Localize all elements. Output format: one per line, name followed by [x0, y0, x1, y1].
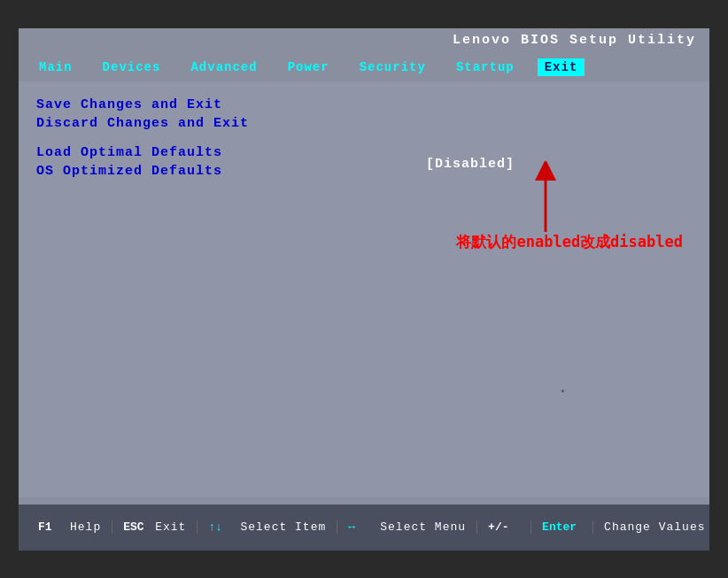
discard-changes-exit[interactable]: Discard Changes and Exit — [36, 116, 692, 131]
key-esc: ESC — [123, 520, 150, 534]
bios-screen: Lenovo BIOS Setup Utility Main Devices A… — [19, 28, 709, 551]
tab-main[interactable]: Main — [32, 58, 80, 76]
tab-advanced[interactable]: Advanced — [183, 58, 264, 76]
bottom-esc: ESC Exit — [112, 520, 197, 534]
bottom-plusminus: +/- — [477, 520, 531, 534]
label-change-values: Change Values — [604, 520, 705, 534]
bottom-change-values: Change Values — [593, 520, 709, 534]
bottom-leftright: ↔ Select Menu — [337, 520, 477, 534]
key-updown: ↑↓ — [208, 520, 235, 534]
menu-spacer — [36, 135, 692, 145]
tab-devices[interactable]: Devices — [96, 58, 168, 76]
label-help: Help — [70, 520, 101, 534]
mouse-cursor: ⬞ — [558, 381, 568, 400]
save-changes-exit[interactable]: Save Changes and Exit — [36, 97, 692, 112]
bottom-f1: F1 Help — [27, 520, 112, 534]
key-leftright: ↔ — [348, 520, 375, 534]
bottom-bar: F1 Help ESC Exit ↑↓ Select Item ↔ Select… — [19, 505, 709, 551]
label-select-menu: Select Menu — [380, 520, 466, 534]
os-optimized-defaults[interactable]: OS Optimized Defaults — [36, 164, 692, 179]
bottom-enter: Enter — [531, 520, 593, 534]
bios-title: Lenovo BIOS Setup Utility — [453, 33, 696, 48]
tab-exit[interactable]: Exit — [538, 58, 585, 76]
key-enter: Enter — [542, 520, 577, 534]
key-f1: F1 — [38, 520, 65, 534]
monitor-frame: Lenovo BIOS Setup Utility Main Devices A… — [0, 0, 728, 578]
bottom-updown: ↑↓ Select Item — [197, 520, 337, 534]
nav-tabs: Main Devices Advanced Power Security Sta… — [32, 58, 585, 76]
annotation-text: 将默认的enabled改成disabled — [456, 232, 683, 252]
label-select-item: Select Item — [240, 520, 326, 534]
annotation-arrow — [501, 161, 572, 241]
top-bar: Lenovo BIOS Setup Utility Main Devices A… — [19, 28, 709, 81]
label-exit: Exit — [155, 520, 186, 534]
load-optimal-defaults[interactable]: Load Optimal Defaults — [36, 145, 692, 160]
tab-power[interactable]: Power — [281, 58, 337, 76]
key-plusminus: +/- — [488, 520, 515, 534]
content-area: Save Changes and Exit Discard Changes an… — [19, 81, 709, 497]
tab-startup[interactable]: Startup — [449, 58, 522, 76]
tab-security[interactable]: Security — [352, 58, 433, 76]
